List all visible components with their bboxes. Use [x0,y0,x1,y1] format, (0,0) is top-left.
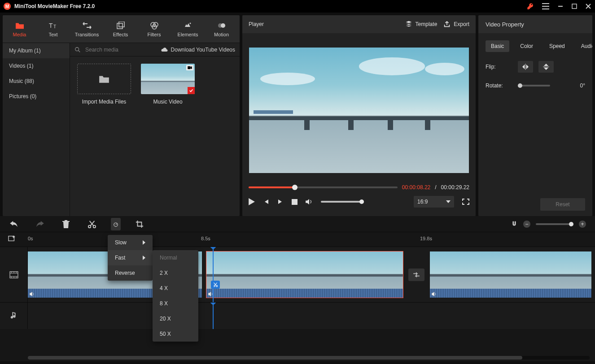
volume-icon[interactable] [306,199,313,205]
sidebar-item-videos[interactable]: Videos (1) [3,58,70,74]
ptab-speed[interactable]: Speed [544,40,570,52]
close-button[interactable] [585,3,591,9]
download-youtube-link[interactable]: Download YouTube Videos [161,47,235,53]
rotate-value: 0° [580,82,585,89]
title-bar: M MiniTool MovieMaker Free 7.2.0 [0,0,595,13]
speed-2x[interactable]: 2 X [153,265,198,281]
video-track [0,247,595,302]
transition-button[interactable] [408,269,424,281]
video-type-icon [186,65,193,70]
svg-point-8 [189,22,191,24]
speed-normal[interactable]: Normal [153,250,198,265]
maximize-button[interactable] [572,4,577,9]
tab-elements[interactable]: Elements [171,15,205,43]
svg-point-16 [114,223,118,226]
speed-menu-reverse[interactable]: Reverse [108,265,153,281]
effects-icon [116,21,125,30]
menu-label: 8 X [160,300,168,307]
media-item-music-video[interactable]: Music Video [141,64,195,105]
prev-frame-button[interactable] [263,199,269,205]
timeline: − + 0s 8.5s 19.8s [0,216,595,361]
undo-button[interactable] [9,221,19,227]
export-label: Export [454,21,469,27]
sidebar-item-music[interactable]: Music (88) [3,74,70,89]
tab-label: Filters [148,32,161,37]
search-input[interactable] [84,46,153,53]
tab-motion[interactable]: Motion [205,15,238,43]
zoom-slider[interactable] [536,223,573,225]
menu-label: 20 X [160,316,171,322]
add-track-button[interactable] [8,235,16,242]
fullscreen-button[interactable] [462,199,469,205]
tab-label: Motion [214,32,229,37]
speed-8x[interactable]: 8 X [153,296,198,311]
menu-icon[interactable] [542,3,549,9]
next-frame-button[interactable] [277,199,284,205]
progress-slider[interactable] [249,186,398,188]
export-icon [443,21,451,28]
export-button[interactable]: Export [443,21,469,28]
ruler-tick: 19.8s [420,236,432,241]
search-icon [74,47,81,53]
import-media-button[interactable]: Import Media Files [77,64,131,105]
timeline-clip-selected[interactable] [206,251,403,298]
speed-20x[interactable]: 20 X [153,311,198,326]
aspect-ratio-select[interactable]: 16:9 [414,196,454,208]
player-panel: Player Template Export [242,15,476,216]
sidebar-item-pictures[interactable]: Pictures (0) [3,89,70,104]
yt-link-label: Download YouTube Videos [171,47,235,53]
video-preview[interactable] [249,48,469,173]
tab-transitions[interactable]: Transitions [70,15,104,43]
svg-rect-4 [119,22,124,27]
volume-slider[interactable] [321,201,364,203]
media-content: Download YouTube Videos Import Media Fil… [70,43,240,216]
speed-4x[interactable]: 4 X [153,281,198,296]
snap-button[interactable] [511,221,518,228]
current-time: 00:00:08.22 [402,184,430,191]
svg-point-11 [75,47,79,51]
tab-text[interactable]: TT Text [36,15,70,43]
ruler-tick: 8.5s [201,236,210,241]
app-title: MiniTool MovieMaker Free 7.2.0 [14,3,95,9]
ptab-color[interactable]: Color [515,40,538,52]
flip-horizontal-button[interactable] [518,61,533,73]
flip-vertical-button[interactable] [538,61,554,73]
timeline-ruler[interactable]: 0s 8.5s 19.8s [0,232,595,247]
speed-menu-slow[interactable]: Slow [108,235,153,250]
flip-label: Flip: [486,64,512,70]
zoom-in-button[interactable]: + [579,221,586,228]
tab-filters[interactable]: Filters [137,15,171,43]
elements-icon [184,21,192,30]
menu-label: 2 X [160,270,168,276]
rotate-slider[interactable] [518,85,550,87]
delete-button[interactable] [61,220,71,228]
speed-button[interactable] [111,218,121,230]
tab-effects[interactable]: Effects [104,15,137,43]
timeline-clip[interactable] [430,251,591,298]
redo-button[interactable] [35,221,45,227]
chevron-down-icon [446,200,451,203]
zoom-out-button[interactable]: − [523,221,530,228]
template-button[interactable]: Template [405,21,438,28]
split-button[interactable] [87,220,97,228]
tab-media[interactable]: Media [3,15,36,43]
reset-button[interactable]: Reset [540,198,585,211]
selected-check-icon [188,87,195,94]
ptab-basic[interactable]: Basic [486,40,509,52]
minimize-button[interactable] [557,3,564,9]
tab-label: Effects [113,32,128,37]
play-button[interactable] [249,198,255,205]
speed-50x[interactable]: 50 X [153,326,198,342]
sidebar-item-myalbum[interactable]: My Album (1) [3,43,70,58]
stop-button[interactable] [292,199,298,205]
tab-label: Transitions [75,32,99,37]
ptab-audio[interactable]: Audio [576,40,592,52]
playhead[interactable] [213,303,214,329]
speed-menu-fast[interactable]: Fast [108,250,153,265]
license-key-icon[interactable] [527,3,534,10]
timeline-scrollbar[interactable] [28,356,590,360]
crop-button[interactable] [135,220,144,228]
folder-icon [98,74,110,84]
menu-label: Normal [160,255,177,261]
rotate-label: Rotate: [486,82,512,89]
